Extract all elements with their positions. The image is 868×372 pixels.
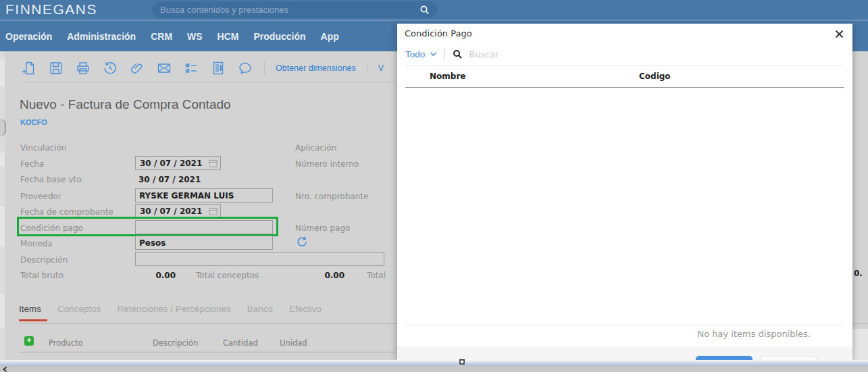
toolbar-separator — [367, 61, 367, 75]
field-label-descripcion: Descripción — [20, 255, 68, 265]
sidebar-segment — [0, 207, 5, 247]
total-label: Total — [367, 271, 386, 280]
modal-title: Condición Pago — [405, 28, 472, 38]
toolbar-divider — [19, 82, 394, 82]
field-label-aplicacion: Aplicación — [295, 143, 336, 153]
menu-administracion[interactable]: Administración — [67, 31, 136, 42]
moneda-input[interactable] — [135, 236, 273, 250]
history-icon[interactable] — [102, 60, 118, 76]
partially-hidden-action[interactable]: V — [378, 63, 384, 73]
modal-header-divider — [405, 87, 844, 88]
print-icon[interactable] — [75, 60, 91, 76]
field-label-proveedor: Proveedor — [20, 192, 61, 201]
add-item-button[interactable]: + — [24, 336, 34, 346]
empty-list-message: No hay items disponibles. — [697, 329, 811, 339]
scrollbar-drag-handle[interactable] — [459, 359, 465, 365]
checklist-icon[interactable] — [183, 60, 199, 76]
report-icon[interactable] — [210, 60, 226, 76]
menu-app[interactable]: App — [321, 31, 339, 42]
column-producto: Producto — [49, 338, 83, 348]
modal-list-bottom-divider — [405, 325, 844, 325]
fecha-comprobante-input[interactable]: 30 / 07 / 2021 — [135, 204, 221, 218]
app-window: FINNEGANS Operación Administración CRM W… — [0, 0, 868, 372]
obtener-dimensiones-button[interactable]: Obtener dimensiones — [276, 63, 356, 73]
tab-efectivo[interactable]: Efectivo — [289, 304, 322, 314]
sidebar-segment — [0, 294, 5, 328]
total-bruto-label: Total bruto — [20, 271, 63, 280]
field-label-numero-interno: Número interno — [295, 159, 359, 169]
global-search-input[interactable] — [159, 4, 419, 16]
tab-banco[interactable]: Banco — [247, 304, 273, 314]
email-icon[interactable] — [156, 60, 172, 76]
column-descripcion: Descripción — [153, 338, 198, 348]
content-edge — [852, 329, 868, 360]
filter-divider — [405, 65, 844, 66]
horizontal-scrollbar-track[interactable] — [0, 361, 868, 366]
calendar-icon[interactable] — [209, 207, 218, 215]
sidebar-expand-handle[interactable] — [0, 119, 6, 136]
filter-separator — [444, 49, 445, 59]
modal-column-nombre: Nombre — [430, 72, 465, 81]
column-unidad: Unidad — [280, 338, 307, 348]
menu-operacion[interactable]: Operación — [5, 31, 52, 42]
modal-filter-bar: Todo — [405, 47, 605, 61]
field-label-numero-pago: Número pago — [295, 223, 350, 233]
active-tab-indicator — [19, 319, 47, 321]
sidebar-segment — [0, 59, 5, 86]
fecha-base-value: 30 / 07 / 2021 — [138, 175, 201, 184]
descripcion-input[interactable] — [135, 252, 384, 266]
close-icon[interactable] — [835, 30, 844, 38]
page-title: Nuevo - Factura de Compra Contado — [20, 97, 231, 112]
document-toolbar: Obtener dimensiones V — [21, 59, 384, 78]
transaction-code-link[interactable]: KOCFO — [20, 118, 47, 126]
collapsed-sidebar — [0, 51, 5, 360]
field-label-fecha-base: Fecha base vto. — [20, 175, 84, 184]
sidebar-segment — [0, 153, 5, 166]
search-icon[interactable] — [419, 5, 430, 16]
refresh-icon[interactable] — [296, 236, 307, 247]
field-label-vinculacion: Vinculación — [20, 143, 67, 153]
field-label-fecha-comprobante: Fecha de comprobante — [20, 207, 113, 217]
menu-ws[interactable]: WS — [187, 31, 203, 42]
scrollbar-strip — [0, 366, 868, 372]
fecha-input[interactable]: 30 / 07 / 2021 — [135, 156, 221, 170]
chevron-down-icon[interactable] — [430, 51, 437, 57]
tab-items[interactable]: Items — [19, 304, 41, 314]
detail-tabs: Items Conceptos Retenciones / Percepcion… — [19, 304, 322, 314]
top-bar: FINNEGANS — [0, 0, 868, 20]
calendar-icon[interactable] — [209, 159, 218, 167]
global-search[interactable] — [152, 1, 437, 18]
menu-crm[interactable]: CRM — [151, 31, 172, 42]
toolbar-separator — [264, 61, 265, 75]
column-cantidad: Cantidad — [223, 338, 258, 348]
field-label-moneda: Moneda — [20, 239, 53, 248]
tab-retenciones-percepciones[interactable]: Retenciones / Percepciones — [118, 304, 231, 314]
total-value-partial: 0. — [854, 269, 863, 278]
field-label-nro-comprobante: Nro. comprobante — [295, 192, 368, 201]
condicion-pago-modal: Condición Pago Todo Nombre Codigo No hay… — [397, 24, 852, 360]
menu-hcm[interactable]: HCM — [218, 31, 239, 42]
scroll-left-icon[interactable] — [2, 367, 8, 372]
menu-produccion[interactable]: Producción — [254, 31, 306, 42]
app-logo: FINNEGANS — [5, 1, 97, 18]
tab-conceptos[interactable]: Conceptos — [57, 304, 101, 314]
total-bruto-value: 0.00 — [132, 271, 176, 280]
scope-dropdown[interactable]: Todo — [405, 49, 425, 59]
total-conceptos-value: 0.00 — [301, 271, 344, 280]
attachment-icon[interactable] — [129, 60, 145, 76]
total-conceptos-label: Total conceptos — [196, 271, 259, 280]
modal-column-codigo: Codigo — [639, 72, 671, 81]
modal-search-input[interactable] — [467, 49, 605, 60]
save-icon[interactable] — [48, 60, 64, 76]
comment-icon[interactable] — [237, 60, 253, 76]
field-label-fecha: Fecha — [20, 159, 44, 169]
highlight-box — [17, 217, 278, 236]
modal-search-icon[interactable] — [453, 49, 463, 59]
proveedor-input[interactable] — [135, 188, 273, 203]
new-document-icon[interactable] — [21, 60, 37, 76]
grid-header-divider — [19, 352, 395, 352]
